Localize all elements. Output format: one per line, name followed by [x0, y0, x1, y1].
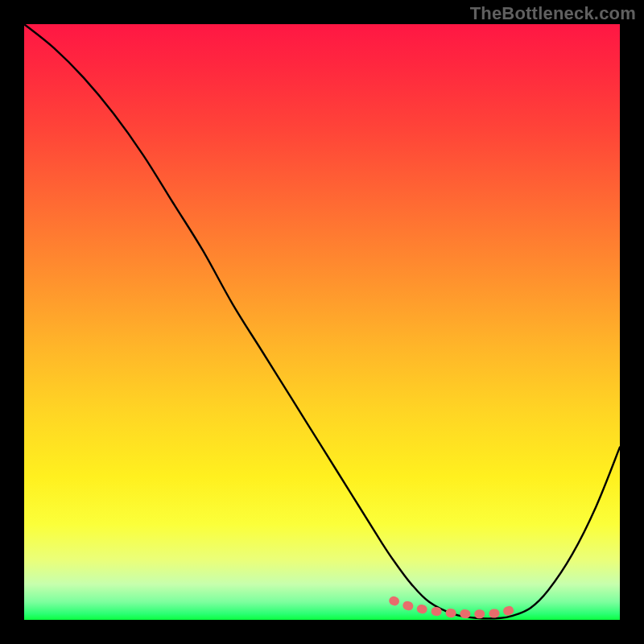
chart-frame: TheBottleneck.com	[0, 0, 644, 644]
optimal-zone-marker-line	[394, 601, 518, 613]
curve-svg	[24, 24, 620, 620]
plot-area	[24, 24, 620, 620]
bottleneck-curve-line	[24, 24, 620, 618]
watermark-text: TheBottleneck.com	[470, 3, 636, 24]
